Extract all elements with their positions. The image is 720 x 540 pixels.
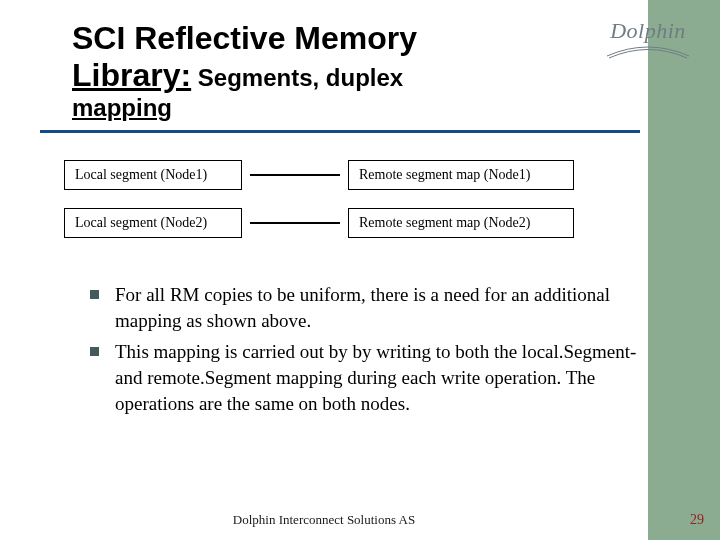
diagram-row: Local segment (Node2) Remote segment map… bbox=[64, 208, 664, 238]
local-segment-box: Local segment (Node1) bbox=[64, 160, 242, 190]
diagram-row: Local segment (Node1) Remote segment map… bbox=[64, 160, 664, 190]
title-line-1: SCI Reflective Memory bbox=[72, 20, 632, 57]
connector-line bbox=[250, 222, 340, 224]
title-line-2-underlined: Library: bbox=[72, 57, 191, 93]
footer-text: Dolphin Interconnect Solutions AS bbox=[0, 512, 648, 528]
square-bullet-icon bbox=[90, 347, 99, 356]
segment-diagram: Local segment (Node1) Remote segment map… bbox=[64, 160, 664, 256]
local-segment-box: Local segment (Node2) bbox=[64, 208, 242, 238]
slide: Dolphin SCI Reflective Memory Library: S… bbox=[0, 0, 720, 540]
square-bullet-icon bbox=[90, 290, 99, 299]
remote-segment-box: Remote segment map (Node1) bbox=[348, 160, 574, 190]
title-underline-rule bbox=[40, 130, 640, 133]
bullet-item: For all RM copies to be uniform, there i… bbox=[90, 282, 650, 333]
title-line-2-rest: Segments, duplex bbox=[191, 64, 403, 91]
bullet-item: This mapping is carried out by by writin… bbox=[90, 339, 650, 416]
connector-line bbox=[250, 174, 340, 176]
bullet-text: For all RM copies to be uniform, there i… bbox=[115, 282, 650, 333]
title-line-3: mapping bbox=[72, 94, 632, 122]
slide-title: SCI Reflective Memory Library: Segments,… bbox=[72, 20, 632, 122]
bullet-text: This mapping is carried out by by writin… bbox=[115, 339, 650, 416]
page-number: 29 bbox=[690, 512, 704, 528]
remote-segment-box: Remote segment map (Node2) bbox=[348, 208, 574, 238]
bullet-list: For all RM copies to be uniform, there i… bbox=[90, 282, 650, 422]
